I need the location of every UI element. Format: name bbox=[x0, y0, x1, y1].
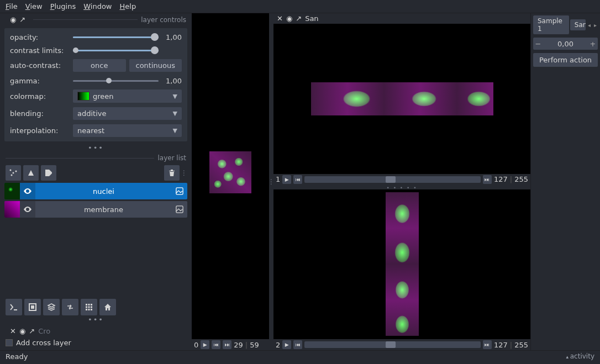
menu-view[interactable]: View bbox=[25, 2, 43, 10]
tab-sample1[interactable]: Sample 1 bbox=[533, 15, 569, 34]
contrast-label: contrast limits: bbox=[10, 46, 70, 55]
add-cross-layer-checkbox[interactable] bbox=[6, 339, 13, 346]
viewport-xz[interactable]: 1 ▶ ⏮ ⏭ 127 | 255 bbox=[273, 24, 530, 185]
resize-grip-icon[interactable]: ••• bbox=[0, 315, 192, 325]
step-back-button[interactable]: ⏮ bbox=[212, 340, 220, 349]
transpose-button[interactable] bbox=[62, 299, 78, 315]
svg-rect-15 bbox=[86, 309, 87, 310]
new-shapes-button[interactable] bbox=[23, 165, 39, 181]
layer-thumbnail bbox=[4, 201, 20, 218]
svg-rect-16 bbox=[88, 309, 90, 310]
svg-rect-13 bbox=[88, 307, 90, 308]
eye-toggle-icon[interactable]: ◉ bbox=[286, 14, 292, 23]
colormap-swatch bbox=[77, 92, 90, 101]
step-back-button[interactable]: ⏮ bbox=[293, 175, 302, 184]
svg-rect-8 bbox=[31, 305, 34, 309]
popout-icon[interactable]: ↗ bbox=[29, 327, 35, 335]
gamma-slider[interactable] bbox=[73, 76, 159, 85]
svg-rect-11 bbox=[91, 304, 92, 305]
image-canvas bbox=[311, 82, 493, 115]
autocontrast-once-button[interactable]: once bbox=[73, 59, 126, 72]
step-fwd-button[interactable]: ⏭ bbox=[483, 340, 492, 349]
perform-action-button[interactable]: Perform action bbox=[533, 53, 598, 67]
axis-label: 0 bbox=[194, 341, 198, 349]
activity-button[interactable]: activity bbox=[566, 352, 594, 361]
axis-current: 127 bbox=[494, 175, 508, 183]
colormap-value: green bbox=[93, 92, 114, 101]
blending-select[interactable]: additive ▼ bbox=[73, 107, 182, 120]
layer-controls-title: layer controls bbox=[141, 16, 186, 24]
play-button[interactable]: ▶ bbox=[282, 175, 291, 184]
interpolation-value: nearest bbox=[77, 126, 104, 135]
svg-marker-4 bbox=[28, 170, 34, 176]
ndisplay-button[interactable] bbox=[24, 299, 41, 315]
popout-icon[interactable]: ↗ bbox=[296, 14, 302, 23]
step-fwd-button[interactable]: ⏭ bbox=[483, 175, 492, 184]
step-back-button[interactable]: ⏮ bbox=[293, 340, 302, 349]
statusbar: Ready activity bbox=[0, 350, 600, 362]
menubar: File View Plugins Window Help bbox=[0, 0, 600, 13]
blending-label: blending: bbox=[10, 109, 70, 118]
axis-current: 29 bbox=[234, 341, 243, 349]
roll-dims-button[interactable] bbox=[43, 299, 60, 315]
layer-name: membrane bbox=[35, 205, 172, 214]
svg-rect-12 bbox=[86, 307, 87, 308]
interpolation-select[interactable]: nearest ▼ bbox=[73, 124, 182, 137]
grid-button[interactable] bbox=[81, 299, 97, 315]
play-button[interactable]: ▶ bbox=[282, 340, 291, 349]
delete-layer-button[interactable] bbox=[164, 165, 180, 181]
console-button[interactable] bbox=[6, 299, 22, 315]
step-fwd-button[interactable]: ⏭ bbox=[223, 340, 231, 349]
tab-scroll-right-icon[interactable]: ▸ bbox=[593, 22, 598, 28]
dim-slider[interactable] bbox=[304, 176, 481, 183]
menu-help[interactable]: Help bbox=[120, 2, 136, 10]
axis-label: 2 bbox=[276, 341, 280, 349]
blending-value: additive bbox=[77, 109, 106, 118]
new-labels-button[interactable] bbox=[41, 165, 56, 181]
popout-icon[interactable]: ↗ bbox=[19, 15, 25, 24]
autocontrast-label: auto-contrast: bbox=[10, 61, 70, 70]
value-spinbox[interactable]: − 0,00 + bbox=[533, 38, 598, 50]
image-canvas bbox=[386, 192, 419, 336]
spin-value: 0,00 bbox=[543, 40, 588, 48]
eye-toggle-icon[interactable]: ◉ bbox=[19, 327, 25, 335]
visibility-toggle-icon[interactable] bbox=[20, 201, 35, 218]
contrast-slider[interactable] bbox=[73, 46, 159, 55]
layer-row-nuclei[interactable]: nuclei bbox=[4, 183, 187, 199]
right-panel: Sample 1 San ◂ ▸ − 0,00 + Perform action bbox=[530, 13, 600, 350]
close-icon[interactable]: ✕ bbox=[277, 14, 283, 23]
home-button[interactable] bbox=[99, 299, 116, 315]
layer-controls-panel: opacity: 1,00 contrast limits: bbox=[4, 28, 187, 141]
menu-window[interactable]: Window bbox=[83, 2, 112, 10]
axis-current: 127 bbox=[494, 341, 508, 349]
axis-max: 255 bbox=[514, 175, 528, 183]
horizontal-grip-icon[interactable]: • • • • • bbox=[273, 185, 530, 189]
eye-toggle-icon[interactable]: ◉ bbox=[10, 15, 16, 24]
vertical-grip-icon[interactable]: ⋮ bbox=[182, 169, 186, 177]
opacity-value: 1,00 bbox=[162, 33, 182, 41]
svg-point-1 bbox=[13, 172, 14, 174]
opacity-slider[interactable] bbox=[73, 33, 159, 41]
image-layer-icon bbox=[172, 205, 187, 213]
menu-file[interactable]: File bbox=[6, 2, 18, 10]
interpolation-label: interpolation: bbox=[10, 126, 70, 135]
axis-label: 1 bbox=[276, 175, 280, 183]
tab-sample2[interactable]: San bbox=[570, 19, 586, 30]
vertical-grip-icon[interactable]: ⋮ bbox=[269, 13, 273, 350]
play-button[interactable]: ▶ bbox=[201, 340, 209, 349]
gamma-value: 1,00 bbox=[162, 77, 182, 85]
tab-scroll-left-icon[interactable]: ◂ bbox=[587, 22, 592, 28]
autocontrast-continuous-button[interactable]: continuous bbox=[129, 59, 182, 72]
new-points-button[interactable] bbox=[6, 165, 21, 181]
visibility-toggle-icon[interactable] bbox=[20, 183, 35, 199]
close-icon[interactable]: ✕ bbox=[10, 327, 16, 335]
dim-slider[interactable] bbox=[304, 341, 481, 348]
menu-plugins[interactable]: Plugins bbox=[50, 2, 76, 10]
viewport-xy[interactable]: 0 ▶ ⏮ ⏭ 29 | 59 bbox=[192, 13, 269, 350]
layer-row-membrane[interactable]: membrane bbox=[4, 201, 187, 218]
spin-minus-button[interactable]: − bbox=[533, 40, 543, 48]
colormap-select[interactable]: green ▼ bbox=[73, 89, 182, 103]
resize-grip-icon[interactable]: ••• bbox=[0, 144, 192, 153]
spin-plus-button[interactable]: + bbox=[588, 40, 598, 48]
viewport-yz[interactable]: 2 ▶ ⏮ ⏭ 127 | 255 bbox=[273, 189, 530, 351]
